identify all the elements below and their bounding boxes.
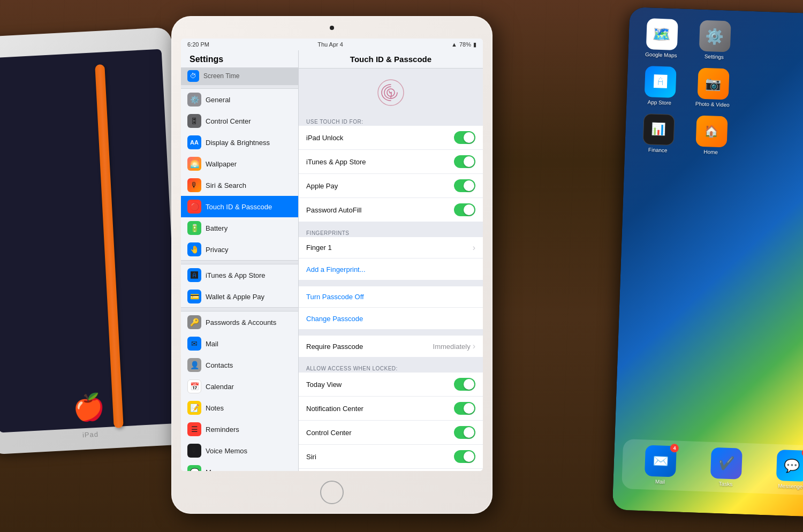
sidebar-item-display[interactable]: AA Display & Brightness [181,132,298,153]
ipad-left-screen [0,49,181,433]
dock-tasks[interactable]: ✔️ Tasks [710,447,743,488]
sidebar-item-notes[interactable]: 📝 Notes [181,397,298,419]
sidebar-item-privacy[interactable]: 🤚 Privacy [181,239,298,260]
voice-memos-icon: 🎙 [187,444,201,458]
ipad-unlock-toggle[interactable] [454,131,475,144]
ipad-right-screen: 🗺️ Google Maps ⚙️ Settings 🅰 App Store [612,7,803,518]
app-home[interactable]: 🏠 Home [688,115,734,156]
touchid-icon: 🔴 [187,200,201,214]
google-maps-icon: 🗺️ [646,18,678,50]
content-title: Touch ID & Passcode [299,50,483,69]
sidebar-item-calendar[interactable]: 📅 Calendar [181,376,298,397]
siri-row[interactable]: Siri [299,445,483,469]
passwords-icon: 🔑 [187,315,201,329]
siri-icon: 🎙 [187,178,201,192]
sidebar-item-voice-memos[interactable]: 🎙 Voice Memos [181,440,298,461]
apple-pay-toggle[interactable] [454,179,475,192]
sidebar-item-control-center[interactable]: 🎛 Control Center [181,110,298,132]
contacts-label: Contacts [206,361,233,369]
sidebar-divider-3 [181,307,298,311]
sidebar-item-contacts[interactable]: 👤 Contacts [181,354,298,376]
front-camera [330,26,334,30]
sidebar-item-wallet[interactable]: 💳 Wallet & Apple Pay [181,286,298,307]
use-touch-id-header: USE TOUCH ID FOR: [299,117,483,126]
general-icon: ⚙️ [187,93,201,107]
notes-label: Notes [206,404,224,412]
fingerprints-group: Finger 1 Add a Fingerprint... [299,237,483,280]
require-passcode-label: Require Passcode [306,343,363,351]
app-google-maps[interactable]: 🗺️ Google Maps [639,18,684,59]
change-passcode-row[interactable]: Change Passcode [299,308,483,329]
control-center-toggle[interactable] [454,426,475,439]
use-touch-id-section: USE TOUCH ID FOR: iPad Unlock iTunes & A… [299,117,483,222]
sidebar-item-messages[interactable]: 💬 Messages [181,461,298,471]
messages-icon: 💬 [187,465,201,471]
sidebar-divider-1 [181,85,298,89]
itunes-app-store-toggle[interactable] [454,155,475,168]
sidebar-item-siri[interactable]: 🎙 Siri & Search [181,174,298,196]
require-passcode-row[interactable]: Require Passcode Immediately [299,336,483,357]
home-button[interactable] [320,481,344,504]
dock-mail[interactable]: ✉️ 4 Mail [645,445,677,485]
status-right: ▲ 78% ▮ [451,41,476,48]
allow-access-section: ALLOW ACCESS WHEN LOCKED: Today View Not… [299,363,483,471]
itunes-app-store-row[interactable]: iTunes & App Store [299,150,483,174]
fingerprint-graphic [377,79,404,106]
notification-center-row[interactable]: Notification Center [299,397,483,421]
password-autofill-toggle[interactable] [454,203,475,216]
add-fingerprint-row[interactable]: Add a Fingerprint... [299,259,483,280]
voice-memos-label: Voice Memos [206,447,247,455]
sidebar-item-mail[interactable]: ✉ Mail [181,333,298,354]
sidebar-item-itunes[interactable]: 🅰 iTunes & App Store [181,264,298,286]
control-center-row[interactable]: Control Center [299,421,483,445]
reminders-icon: ☰ [187,422,201,436]
allow-access-header: ALLOW ACCESS WHEN LOCKED: [299,363,483,373]
ipad-unlock-label: iPad Unlock [306,134,343,142]
password-autofill-row[interactable]: Password AutoFill [299,198,483,222]
turn-passcode-off-row[interactable]: Turn Passcode Off [299,286,483,308]
app-settings[interactable]: ⚙️ Settings [692,20,737,60]
sidebar-item-passwords[interactable]: 🔑 Passwords & Accounts [181,311,298,333]
sidebar-item-wallpaper[interactable]: 🌅 Wallpaper [181,153,298,174]
settings-icon: ⚙️ [699,20,731,52]
password-autofill-label: Password AutoFill [306,206,361,214]
notes-icon: 📝 [187,401,201,415]
app-finance[interactable]: 📊 Finance [635,113,681,154]
siri-toggle[interactable] [454,450,475,463]
screen-time-bar[interactable]: ⏱ Screen Time [181,67,298,85]
status-date: Thu Apr 4 [317,41,343,48]
privacy-icon: 🤚 [187,242,201,256]
notification-center-toggle[interactable] [454,402,475,415]
today-view-toggle[interactable] [454,378,475,391]
siri-label: Siri & Search [206,181,246,189]
app-appstore[interactable]: 🅰 App Store [637,66,683,107]
privacy-label: Privacy [206,246,229,254]
finger-1-row[interactable]: Finger 1 [299,237,483,259]
calendar-label: Calendar [206,383,234,391]
control-center-locked-label: Control Center [306,429,352,437]
status-bar: 6:20 PM Thu Apr 4 ▲ 78% ▮ [181,39,483,50]
screen-time-label: Screen Time [203,72,239,80]
ipad-unlock-row[interactable]: iPad Unlock [299,126,483,150]
google-maps-label: Google Maps [645,51,677,58]
passcode-actions-group: Turn Passcode Off Change Passcode [299,286,483,329]
content-area: Touch ID & Passcode USE TOUCH ID FOR: [299,50,483,471]
apple-pay-row[interactable]: Apple Pay [299,174,483,198]
itunes-icon: 🅰 [187,268,201,282]
app-photo-video[interactable]: 📷 Photo & Video [690,67,736,108]
dock-messenger[interactable]: 💬 1 Messenger [776,450,803,490]
itunes-label: iTunes & App Store [206,271,266,279]
sidebar-item-battery[interactable]: 🔋 Battery [181,217,298,239]
home-control-row[interactable]: Home Control [299,469,483,471]
fingerprints-header: FINGERPRINTS [299,228,483,237]
reminders-label: Reminders [206,425,239,434]
appstore-icon: 🅰 [644,66,676,98]
sidebar-item-touchid[interactable]: 🔴 Touch ID & Passcode [181,196,298,217]
sidebar-item-reminders[interactable]: ☰ Reminders [181,419,298,440]
sidebar: Settings ⏱ Screen Time ⚙️ General 🎛 Cont… [181,50,299,471]
contacts-icon: 👤 [187,358,201,372]
today-view-row[interactable]: Today View [299,373,483,397]
mail-dock-icon: ✉️ 4 [645,445,677,477]
sidebar-item-general[interactable]: ⚙️ General [181,89,298,110]
display-icon: AA [187,135,201,149]
